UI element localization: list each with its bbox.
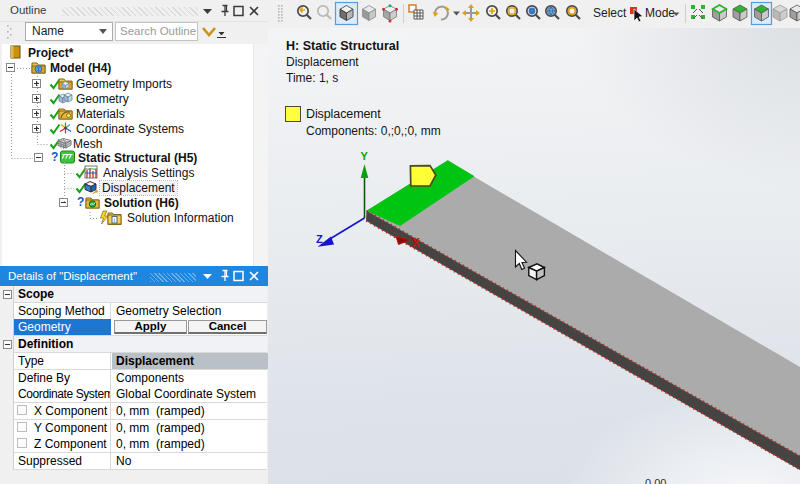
- svg-text:Y: Y: [361, 150, 369, 162]
- svg-text:X: X: [412, 236, 421, 250]
- svg-text:Z: Z: [316, 233, 323, 245]
- svg-text:Mode: Mode: [645, 6, 675, 20]
- svg-text:Select: Select: [593, 6, 627, 20]
